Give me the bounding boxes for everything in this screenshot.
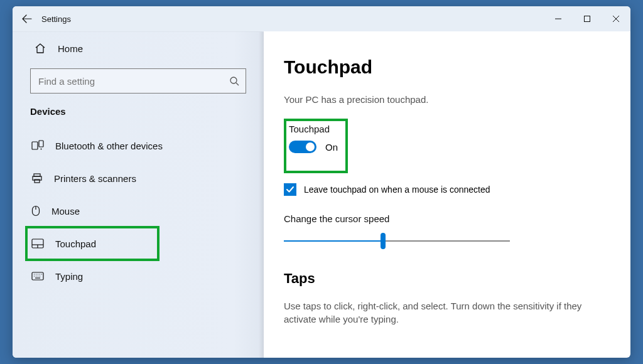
page-subtitle: Your PC has a precision touchpad. [284, 94, 610, 105]
back-button[interactable] [13, 6, 41, 31]
leave-on-checkbox[interactable] [284, 183, 296, 196]
minimize-icon [555, 16, 561, 22]
touchpad-icon [31, 238, 44, 249]
touchpad-toggle[interactable] [289, 141, 316, 153]
sidebar-item-printers[interactable]: Printers & scanners [13, 162, 264, 195]
content: Touchpad Your PC has a precision touchpa… [264, 31, 630, 358]
search-input[interactable] [38, 76, 224, 87]
back-arrow-icon [22, 14, 32, 24]
keyboard-icon [31, 272, 44, 281]
toggle-highlight: Touchpad On [284, 119, 348, 173]
sidebar-item-bluetooth[interactable]: Bluetooth & other devices [13, 129, 264, 162]
titlebar: Settings [13, 6, 630, 31]
sidebar-item-mouse[interactable]: Mouse [13, 195, 264, 227]
sidebar-item-label: Typing [55, 271, 83, 282]
svg-rect-2 [32, 142, 38, 149]
window-title: Settings [41, 14, 71, 24]
sidebar: Home Devices Bluetooth & other devices [13, 31, 264, 358]
checkmark-icon [286, 185, 294, 194]
printer-icon [31, 173, 43, 184]
svg-rect-0 [585, 16, 590, 22]
sidebar-home[interactable]: Home [13, 32, 264, 65]
sidebar-item-label: Bluetooth & other devices [55, 141, 163, 151]
close-icon [613, 16, 619, 22]
section-taps-text: Use taps to click, right-click, and sele… [284, 299, 610, 326]
svg-point-1 [230, 77, 237, 83]
mouse-icon [31, 205, 40, 217]
search-box[interactable] [30, 68, 246, 94]
sidebar-item-label: Touchpad [55, 238, 96, 249]
toggle-label: Touchpad [289, 124, 338, 134]
maximize-button[interactable] [573, 6, 602, 31]
maximize-icon [584, 16, 590, 22]
section-taps-title: Taps [284, 270, 610, 287]
sidebar-home-label: Home [58, 43, 83, 54]
search-icon [229, 76, 239, 86]
checkbox-label: Leave touchpad on when a mouse is connec… [304, 185, 490, 195]
minimize-button[interactable] [544, 6, 573, 31]
sidebar-section-label: Devices [13, 97, 264, 123]
close-button[interactable] [602, 6, 630, 31]
settings-window: Settings Home D [13, 6, 630, 358]
slider-thumb[interactable] [381, 233, 386, 249]
devices-icon [31, 140, 44, 151]
sidebar-item-touchpad[interactable]: Touchpad [26, 227, 158, 260]
toggle-state-label: On [325, 142, 338, 153]
slider-fill [284, 240, 383, 242]
svg-rect-5 [34, 174, 40, 176]
sidebar-item-label: Printers & scanners [54, 173, 136, 184]
sidebar-item-label: Mouse [51, 206, 80, 217]
slider-label: Change the cursor speed [284, 213, 610, 224]
sidebar-item-typing[interactable]: Typing [13, 260, 264, 292]
svg-rect-3 [39, 141, 43, 147]
svg-point-4 [41, 149, 42, 150]
page-title: Touchpad [284, 56, 610, 78]
cursor-speed-slider[interactable] [284, 233, 510, 249]
home-icon [34, 43, 46, 54]
